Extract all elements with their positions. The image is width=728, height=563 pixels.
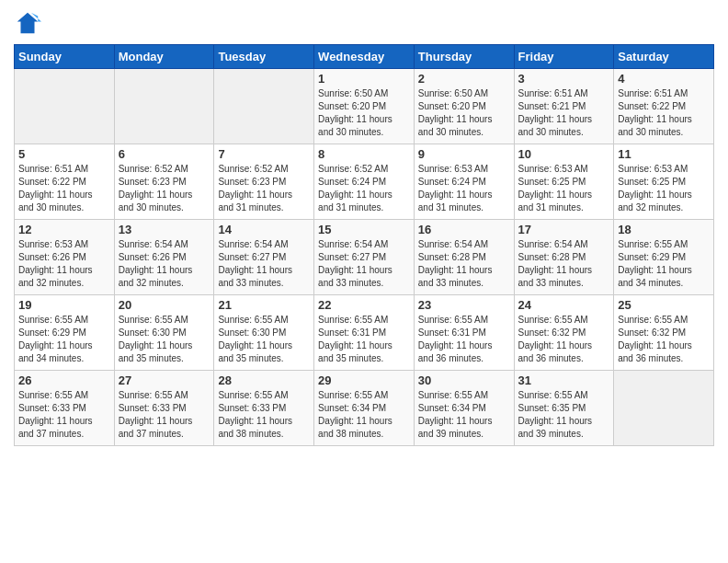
calendar-cell: 3Sunrise: 6:51 AM Sunset: 6:21 PM Daylig… bbox=[514, 69, 614, 144]
day-number: 22 bbox=[318, 298, 410, 312]
calendar-cell: 27Sunrise: 6:55 AM Sunset: 6:33 PM Dayli… bbox=[114, 371, 214, 446]
day-number: 23 bbox=[418, 298, 510, 312]
day-number: 3 bbox=[518, 72, 610, 86]
day-number: 9 bbox=[418, 147, 510, 161]
day-info: Sunrise: 6:51 AM Sunset: 6:22 PM Dayligh… bbox=[618, 87, 710, 139]
day-info: Sunrise: 6:55 AM Sunset: 6:30 PM Dayligh… bbox=[218, 314, 310, 365]
day-header: Tuesday bbox=[214, 45, 314, 69]
day-info: Sunrise: 6:53 AM Sunset: 6:25 PM Dayligh… bbox=[618, 163, 710, 214]
calendar-week-row: 19Sunrise: 6:55 AM Sunset: 6:29 PM Dayli… bbox=[15, 295, 714, 371]
calendar-cell: 7Sunrise: 6:52 AM Sunset: 6:23 PM Daylig… bbox=[214, 144, 314, 220]
page: SundayMondayTuesdayWednesdayThursdayFrid… bbox=[0, 0, 728, 563]
day-number: 19 bbox=[18, 298, 110, 312]
day-info: Sunrise: 6:55 AM Sunset: 6:35 PM Dayligh… bbox=[518, 389, 610, 441]
day-info: Sunrise: 6:53 AM Sunset: 6:26 PM Dayligh… bbox=[18, 238, 110, 290]
day-info: Sunrise: 6:51 AM Sunset: 6:22 PM Dayligh… bbox=[18, 163, 110, 214]
day-number: 26 bbox=[18, 373, 110, 387]
day-number: 16 bbox=[418, 223, 510, 236]
day-info: Sunrise: 6:50 AM Sunset: 6:20 PM Dayligh… bbox=[418, 87, 510, 139]
day-info: Sunrise: 6:54 AM Sunset: 6:28 PM Dayligh… bbox=[518, 238, 610, 290]
calendar-cell: 14Sunrise: 6:54 AM Sunset: 6:27 PM Dayli… bbox=[214, 220, 314, 295]
calendar-cell: 17Sunrise: 6:54 AM Sunset: 6:28 PM Dayli… bbox=[514, 220, 614, 295]
calendar-cell: 10Sunrise: 6:53 AM Sunset: 6:25 PM Dayli… bbox=[514, 144, 614, 220]
calendar-cell: 9Sunrise: 6:53 AM Sunset: 6:24 PM Daylig… bbox=[414, 144, 514, 220]
calendar-cell: 1Sunrise: 6:50 AM Sunset: 6:20 PM Daylig… bbox=[314, 69, 415, 144]
day-info: Sunrise: 6:54 AM Sunset: 6:28 PM Dayligh… bbox=[418, 238, 510, 290]
calendar-cell: 2Sunrise: 6:50 AM Sunset: 6:20 PM Daylig… bbox=[414, 69, 514, 144]
calendar-cell: 8Sunrise: 6:52 AM Sunset: 6:24 PM Daylig… bbox=[314, 144, 415, 220]
day-number: 13 bbox=[119, 223, 210, 236]
day-number: 31 bbox=[518, 373, 610, 387]
calendar-week-row: 1Sunrise: 6:50 AM Sunset: 6:20 PM Daylig… bbox=[15, 69, 714, 144]
calendar-cell: 23Sunrise: 6:55 AM Sunset: 6:31 PM Dayli… bbox=[414, 295, 514, 371]
day-number: 18 bbox=[618, 223, 710, 236]
day-number: 11 bbox=[618, 147, 710, 161]
day-number: 5 bbox=[18, 147, 110, 161]
day-info: Sunrise: 6:55 AM Sunset: 6:34 PM Dayligh… bbox=[418, 389, 510, 441]
calendar-cell bbox=[114, 69, 214, 144]
calendar-cell: 13Sunrise: 6:54 AM Sunset: 6:26 PM Dayli… bbox=[114, 220, 214, 295]
day-info: Sunrise: 6:55 AM Sunset: 6:30 PM Dayligh… bbox=[119, 314, 210, 365]
day-number: 29 bbox=[318, 373, 410, 387]
day-info: Sunrise: 6:55 AM Sunset: 6:29 PM Dayligh… bbox=[18, 314, 110, 365]
logo-icon bbox=[14, 9, 41, 37]
day-info: Sunrise: 6:51 AM Sunset: 6:21 PM Dayligh… bbox=[518, 87, 610, 139]
calendar-cell bbox=[15, 69, 115, 144]
day-number: 2 bbox=[418, 72, 510, 86]
day-info: Sunrise: 6:54 AM Sunset: 6:26 PM Dayligh… bbox=[119, 238, 210, 290]
day-info: Sunrise: 6:54 AM Sunset: 6:27 PM Dayligh… bbox=[318, 238, 410, 290]
day-info: Sunrise: 6:52 AM Sunset: 6:23 PM Dayligh… bbox=[119, 163, 210, 214]
day-info: Sunrise: 6:55 AM Sunset: 6:29 PM Dayligh… bbox=[618, 238, 710, 290]
day-info: Sunrise: 6:55 AM Sunset: 6:32 PM Dayligh… bbox=[518, 314, 610, 365]
day-number: 12 bbox=[18, 223, 110, 236]
day-number: 28 bbox=[218, 373, 310, 387]
calendar-cell: 21Sunrise: 6:55 AM Sunset: 6:30 PM Dayli… bbox=[214, 295, 314, 371]
day-header: Friday bbox=[514, 45, 614, 69]
calendar-cell: 11Sunrise: 6:53 AM Sunset: 6:25 PM Dayli… bbox=[614, 144, 714, 220]
day-info: Sunrise: 6:55 AM Sunset: 6:33 PM Dayligh… bbox=[119, 389, 210, 441]
day-info: Sunrise: 6:53 AM Sunset: 6:24 PM Dayligh… bbox=[418, 163, 510, 214]
day-info: Sunrise: 6:55 AM Sunset: 6:33 PM Dayligh… bbox=[18, 389, 110, 441]
calendar-cell: 31Sunrise: 6:55 AM Sunset: 6:35 PM Dayli… bbox=[514, 371, 614, 446]
header bbox=[14, 9, 714, 37]
day-info: Sunrise: 6:54 AM Sunset: 6:27 PM Dayligh… bbox=[218, 238, 310, 290]
day-header: Monday bbox=[114, 45, 214, 69]
calendar-cell: 29Sunrise: 6:55 AM Sunset: 6:34 PM Dayli… bbox=[314, 371, 415, 446]
calendar-cell bbox=[214, 69, 314, 144]
day-number: 8 bbox=[318, 147, 410, 161]
day-header: Sunday bbox=[15, 45, 115, 69]
day-number: 1 bbox=[318, 72, 410, 86]
calendar-week-row: 26Sunrise: 6:55 AM Sunset: 6:33 PM Dayli… bbox=[15, 371, 714, 446]
calendar-cell: 18Sunrise: 6:55 AM Sunset: 6:29 PM Dayli… bbox=[614, 220, 714, 295]
calendar: SundayMondayTuesdayWednesdayThursdayFrid… bbox=[14, 44, 714, 446]
calendar-header-row: SundayMondayTuesdayWednesdayThursdayFrid… bbox=[15, 45, 714, 69]
calendar-cell: 24Sunrise: 6:55 AM Sunset: 6:32 PM Dayli… bbox=[514, 295, 614, 371]
logo bbox=[14, 9, 45, 37]
day-info: Sunrise: 6:52 AM Sunset: 6:23 PM Dayligh… bbox=[218, 163, 310, 214]
day-number: 27 bbox=[119, 373, 210, 387]
day-number: 6 bbox=[119, 147, 210, 161]
day-info: Sunrise: 6:55 AM Sunset: 6:32 PM Dayligh… bbox=[618, 314, 710, 365]
calendar-cell: 5Sunrise: 6:51 AM Sunset: 6:22 PM Daylig… bbox=[15, 144, 115, 220]
day-info: Sunrise: 6:55 AM Sunset: 6:31 PM Dayligh… bbox=[318, 314, 410, 365]
day-number: 30 bbox=[418, 373, 510, 387]
day-number: 15 bbox=[318, 223, 410, 236]
day-info: Sunrise: 6:53 AM Sunset: 6:25 PM Dayligh… bbox=[518, 163, 610, 214]
day-number: 7 bbox=[218, 147, 310, 161]
calendar-cell: 15Sunrise: 6:54 AM Sunset: 6:27 PM Dayli… bbox=[314, 220, 415, 295]
day-number: 4 bbox=[618, 72, 710, 86]
day-info: Sunrise: 6:50 AM Sunset: 6:20 PM Dayligh… bbox=[318, 87, 410, 139]
calendar-cell: 20Sunrise: 6:55 AM Sunset: 6:30 PM Dayli… bbox=[114, 295, 214, 371]
calendar-cell: 16Sunrise: 6:54 AM Sunset: 6:28 PM Dayli… bbox=[414, 220, 514, 295]
day-info: Sunrise: 6:55 AM Sunset: 6:34 PM Dayligh… bbox=[318, 389, 410, 441]
calendar-cell: 25Sunrise: 6:55 AM Sunset: 6:32 PM Dayli… bbox=[614, 295, 714, 371]
calendar-cell: 30Sunrise: 6:55 AM Sunset: 6:34 PM Dayli… bbox=[414, 371, 514, 446]
day-header: Thursday bbox=[414, 45, 514, 69]
day-info: Sunrise: 6:55 AM Sunset: 6:31 PM Dayligh… bbox=[418, 314, 510, 365]
day-number: 20 bbox=[119, 298, 210, 312]
calendar-week-row: 12Sunrise: 6:53 AM Sunset: 6:26 PM Dayli… bbox=[15, 220, 714, 295]
calendar-cell: 19Sunrise: 6:55 AM Sunset: 6:29 PM Dayli… bbox=[15, 295, 115, 371]
day-info: Sunrise: 6:52 AM Sunset: 6:24 PM Dayligh… bbox=[318, 163, 410, 214]
calendar-cell: 4Sunrise: 6:51 AM Sunset: 6:22 PM Daylig… bbox=[614, 69, 714, 144]
day-number: 25 bbox=[618, 298, 710, 312]
